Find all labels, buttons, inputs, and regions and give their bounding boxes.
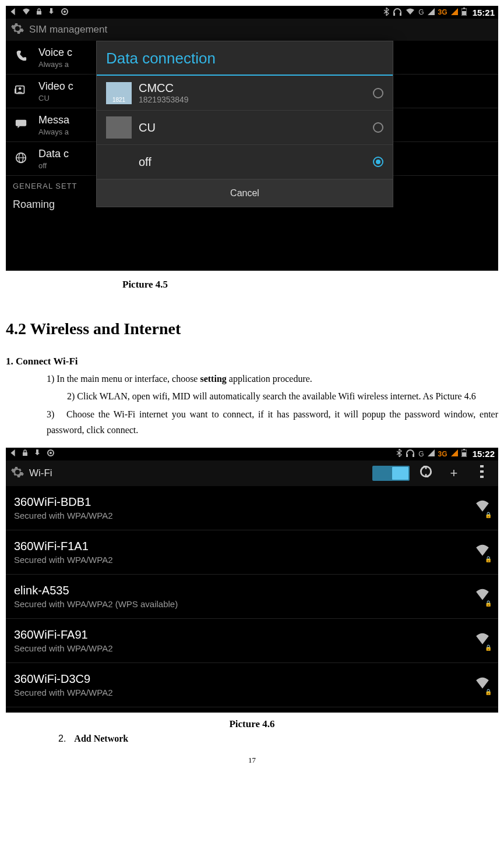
sim-chip-icon: 1821 [106, 82, 132, 104]
video-contact-icon [15, 84, 27, 99]
wifi-small-icon [22, 8, 30, 17]
screenshot-wifi-settings: G 3G 15:22 Wi-Fi + 360WiFi-BDB1 Secured … [6, 448, 498, 713]
section-heading: 4.2 Wireless and Internet [6, 320, 498, 338]
figure-caption-4-6: Picture 4.6 [0, 718, 504, 730]
headphones-icon [406, 449, 415, 459]
wifi-signal-icon: 🔒 [475, 632, 490, 649]
back-icon [9, 8, 16, 17]
gear-icon [10, 22, 24, 38]
option-carrier: CU [139, 121, 156, 134]
app-icon [61, 8, 69, 17]
step-1-text: 1) In the main menu or interface, choose… [47, 372, 457, 386]
svg-rect-26 [480, 470, 484, 473]
data-connection-dialog: Data connection 1821 CMCC18219353849 CU … [96, 41, 393, 207]
wifi-network-row[interactable]: 360WiFi-FA91 Secured with WPA/WPA2 🔒 [6, 619, 498, 663]
svg-rect-27 [480, 476, 484, 478]
gear-icon [10, 465, 24, 481]
dialog-option-cmcc[interactable]: 1821 CMCC18219353849 [97, 76, 393, 111]
radio-button[interactable] [373, 157, 383, 167]
signal-icon [428, 449, 435, 458]
wifi-signal-icon: 🔒 [475, 499, 490, 516]
svg-rect-21 [413, 454, 414, 457]
message-icon [15, 118, 27, 133]
row-sub: CU [38, 94, 73, 102]
svg-rect-4 [393, 13, 395, 16]
wifi-network-row[interactable]: 360WiFi-D3C9 Secured with WPA/WPA2 🔒 [6, 663, 498, 707]
step-3-text: 3)Choose the Wi-Fi internet you want to … [47, 406, 498, 438]
wifi-lock-icon: 🔒 [485, 644, 492, 651]
overflow-menu-button[interactable] [470, 465, 494, 481]
back-icon [9, 449, 16, 458]
battery-icon [461, 8, 467, 17]
globe-icon [15, 151, 27, 166]
wifi-security: Secured with WPA/WPA2 (WPS available) [14, 599, 178, 609]
wifi-network-list: 360WiFi-BDB1 Secured with WPA/WPA2 🔒 360… [6, 486, 498, 707]
row-title: Voice c [38, 47, 72, 59]
settings-page-title: SIM management [29, 24, 107, 36]
wifi-lock-icon: 🔒 [485, 556, 492, 562]
row-sub: off [38, 161, 69, 170]
wifi-lock-icon: 🔒 [485, 512, 492, 518]
dialog-option-cu[interactable]: CU [97, 111, 393, 145]
svg-rect-11 [15, 88, 16, 93]
wifi-header: Wi-Fi + [6, 460, 498, 486]
wifi-ssid: 360WiFi-F1A1 [14, 540, 113, 553]
add-network-heading: 2.Add Network [58, 734, 498, 744]
wifi-toggle[interactable] [372, 466, 410, 481]
wifi-signal-icon: 🔒 [475, 587, 490, 605]
step-2-text: 2) Click WLAN, open wifi, MID will autom… [67, 388, 498, 404]
wifi-network-row[interactable]: 360WiFi-BDB1 Secured with WPA/WPA2 🔒 [6, 486, 498, 530]
row-title: Video c [38, 80, 73, 93]
svg-point-19 [50, 452, 52, 454]
svg-rect-20 [406, 454, 408, 457]
svg-rect-8 [462, 11, 466, 15]
lock-icon [22, 449, 28, 458]
network-3g-label: 3G [438, 450, 447, 458]
option-carrier: CMCC [139, 82, 189, 95]
dialog-option-off[interactable]: off [97, 145, 393, 179]
sim-chip-icon [106, 116, 132, 139]
figure-caption-4-5: Picture 4.5 [0, 279, 504, 290]
wifi-security: Secured with WPA/WPA2 [14, 511, 113, 520]
row-sub: Always a [38, 127, 69, 136]
headphones-icon [393, 8, 402, 17]
status-bar: G 3G 15:22 [6, 448, 498, 460]
cancel-button[interactable]: Cancel [97, 179, 393, 207]
svg-rect-12 [16, 119, 26, 126]
wps-icon[interactable] [414, 464, 438, 483]
svg-rect-24 [462, 452, 466, 456]
clock-text: 15:21 [473, 8, 495, 17]
wifi-lock-icon: 🔒 [485, 600, 492, 607]
wifi-network-row[interactable]: elink-A535 Secured with WPA/WPA2 (WPS av… [6, 575, 498, 619]
phone-icon [15, 50, 27, 65]
sim-chip-none [106, 151, 132, 173]
wifi-icon [406, 8, 415, 17]
network-3g-label: 3G [438, 8, 447, 16]
wifi-title: Wi-Fi [29, 467, 368, 479]
wifi-security: Secured with WPA/WPA2 [14, 643, 113, 653]
battery-icon [461, 449, 467, 459]
bluetooth-icon [396, 449, 402, 459]
network-g-label: G [418, 8, 424, 16]
row-sub: Always a [38, 60, 72, 69]
wifi-lock-icon: 🔒 [485, 689, 492, 695]
wifi-network-row[interactable]: 360WiFi-F1A1 Secured with WPA/WPA2 🔒 [6, 530, 498, 575]
network-g-label: G [418, 450, 424, 458]
option-number: 18219353849 [139, 95, 189, 104]
add-network-button[interactable]: + [442, 466, 466, 481]
settings-page-header: SIM management [6, 19, 498, 41]
svg-rect-16 [23, 452, 27, 456]
wifi-ssid: 360WiFi-BDB1 [14, 495, 113, 509]
wifi-ssid: elink-A535 [14, 584, 178, 597]
svg-point-3 [64, 10, 66, 13]
status-bar: G 3G 15:21 [6, 6, 498, 19]
wifi-signal-icon: 🔒 [475, 676, 490, 693]
subsection-heading: 1. Connect Wi-Fi [6, 356, 498, 367]
dialog-title: Data connection [97, 41, 393, 76]
signal-icon [428, 8, 435, 17]
download-icon [34, 449, 41, 458]
signal2-icon [451, 8, 458, 17]
radio-button[interactable] [373, 122, 383, 133]
radio-button[interactable] [373, 88, 383, 98]
svg-rect-17 [36, 449, 38, 453]
